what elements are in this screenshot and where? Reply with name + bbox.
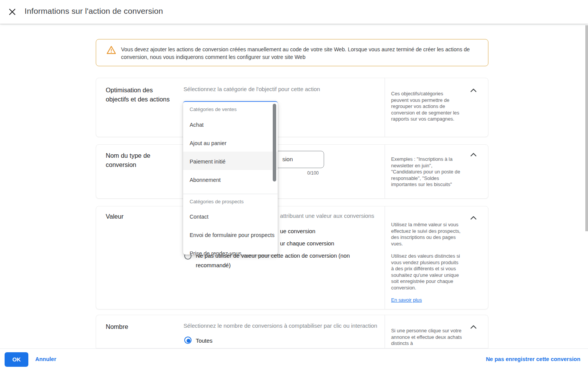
card-divider (385, 206, 385, 309)
card-goal-optimisation: Optimisation des objectifs et des action… (96, 78, 488, 137)
dialog-footer: OK Annuler Ne pas enregistrer cette conv… (0, 348, 588, 371)
cancel-button[interactable]: Annuler (35, 356, 56, 362)
count-option-toutes-radio[interactable] (184, 337, 192, 344)
value-prompt-fragment: attribuant une valeur aux conversions (280, 213, 374, 219)
page-scrollbar[interactable] (585, 25, 588, 231)
count-prompt: Sélectionnez le nombre de conversions à … (183, 323, 377, 329)
dropdown-item-prise-rendez-vous[interactable]: Prise de rendez-vous (183, 250, 278, 255)
name-help-text: Exemples : "Inscriptions à la newsletter… (391, 156, 464, 188)
dropdown-item-achat[interactable]: Achat (183, 121, 278, 129)
dialog-header: Informations sur l'action de conversion (0, 0, 588, 24)
dropdown-divider (183, 194, 278, 194)
warning-icon (106, 46, 116, 56)
count-option-toutes-label[interactable]: Toutes (196, 336, 213, 346)
value-option1-fragment[interactable]: ue conversion (280, 228, 315, 234)
chevron-up-icon[interactable] (468, 150, 478, 160)
dropdown-item-ajout-au-panier[interactable]: Ajout au panier (183, 139, 278, 147)
card-divider (385, 78, 385, 137)
warning-banner: Vous devez ajouter les actions de conver… (96, 39, 488, 66)
card-value: Valeur attribuant une valeur aux convers… (96, 206, 488, 309)
card-goal-title: Optimisation des objectifs et des action… (106, 85, 175, 104)
card-divider (385, 145, 385, 198)
value-help-paragraph-2: Utilisez des valeurs distinctes si vous … (391, 253, 462, 291)
dropdown-group-sales: Catégories de ventes (183, 106, 278, 113)
conversion-name-input-text: sion (282, 156, 293, 162)
dropdown-item-contact[interactable]: Contact (183, 213, 278, 221)
chevron-up-icon[interactable] (468, 213, 478, 223)
chevron-up-icon[interactable] (468, 85, 478, 95)
card-name-title: Nom du type de conversion (106, 151, 163, 169)
card-divider (385, 315, 385, 348)
page-title: Informations sur l'action de conversion (25, 7, 163, 16)
value-option2-fragment[interactable]: ur chaque conversion (280, 240, 334, 247)
value-help-paragraph-1: Utilisez la même valeur si vous effectue… (391, 222, 462, 247)
card-count: Nombre Sélectionnez le nombre de convers… (96, 315, 488, 348)
ok-button[interactable]: OK (5, 352, 28, 367)
warning-text: Vous devez ajouter les actions de conver… (121, 46, 481, 61)
card-count-title: Nombre (106, 322, 163, 331)
dropdown-group-prospects: Catégories de prospects (183, 198, 278, 205)
count-help-text: Si une personne clique sur votre annonce… (391, 328, 462, 347)
conversion-action-dialog: Informations sur l'action de conversion … (0, 0, 588, 371)
card-conversion-name: Nom du type de conversion sion 0/100 Exe… (96, 144, 488, 199)
goal-category-prompt: Sélectionnez la catégorie de l'objectif … (183, 86, 320, 92)
dropdown-item-abonnement[interactable]: Abonnement (183, 176, 278, 184)
card-value-title: Valeur (106, 212, 163, 221)
dropdown-scrollbar[interactable] (273, 104, 276, 181)
dont-save-link[interactable]: Ne pas enregistrer cette conversion (486, 356, 580, 362)
goal-help-text: Ces objectifs/catégories peuvent vous pe… (391, 91, 459, 123)
chevron-up-icon[interactable] (468, 322, 478, 332)
dropdown-item-paiement-initie[interactable]: Paiement initié (183, 158, 278, 165)
learn-more-link[interactable]: En savoir plus (391, 297, 422, 304)
value-help-text: Utilisez la même valeur si vous effectue… (391, 222, 462, 304)
category-dropdown-menu: Catégories de ventes Achat Ajout au pani… (183, 101, 278, 255)
close-icon[interactable] (8, 7, 17, 16)
dropdown-item-envoi-formulaire[interactable]: Envoi de formulaire pour prospects (183, 231, 278, 239)
